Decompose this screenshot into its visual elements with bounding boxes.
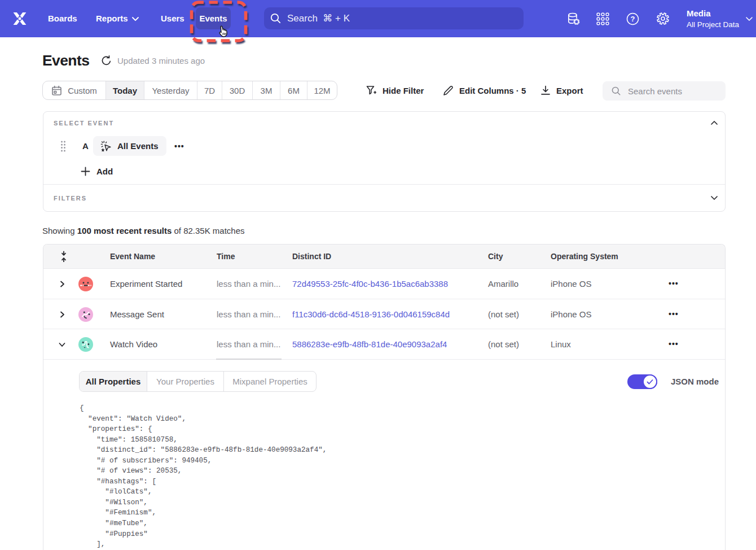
svg-text:?: ? (631, 15, 635, 23)
